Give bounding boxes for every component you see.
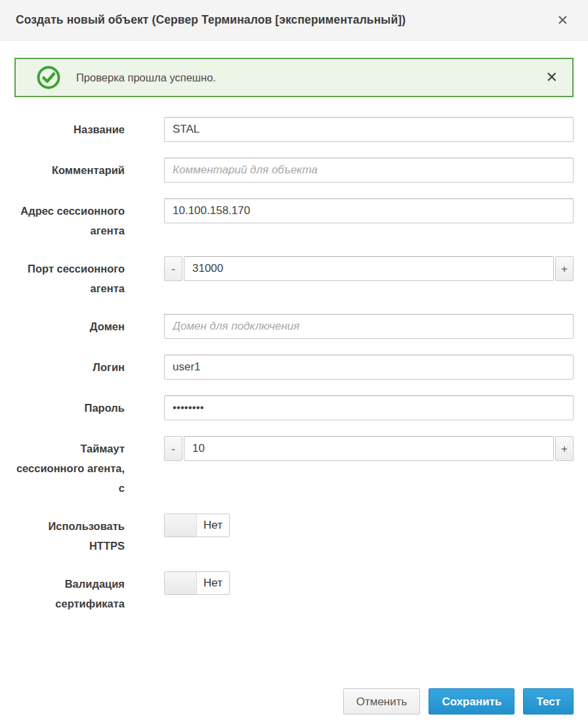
cancel-button[interactable]: Отменить bbox=[343, 688, 421, 715]
form-row-agent-timeout: Таймаут сессионного агента, с - + bbox=[14, 436, 574, 498]
toggle-handle bbox=[165, 572, 197, 594]
form-row-use-https: Использовать HTTPS Нет bbox=[14, 514, 574, 556]
port-increment-button[interactable]: + bbox=[555, 256, 574, 281]
alert-message: Проверка прошла успешно. bbox=[76, 72, 216, 84]
agent-port-stepper: - + bbox=[164, 256, 574, 281]
timeout-increment-button[interactable]: + bbox=[555, 436, 574, 461]
form-row-name: Название bbox=[14, 117, 574, 142]
timeout-decrement-button[interactable]: - bbox=[164, 436, 182, 461]
form-row-agent-address: Адрес сессионного агента bbox=[14, 198, 574, 240]
form-row-domain: Домен bbox=[14, 314, 574, 339]
create-object-modal: Создать новый объект (Сервер Терминалов … bbox=[0, 0, 588, 727]
agent-port-label: Порт сессионного агента bbox=[14, 256, 125, 298]
success-alert: Проверка прошла успешно. ✕ bbox=[14, 58, 574, 97]
name-input[interactable] bbox=[164, 117, 574, 142]
modal-close-icon[interactable]: ✕ bbox=[554, 11, 571, 30]
agent-timeout-input[interactable] bbox=[184, 436, 554, 461]
login-label: Логин bbox=[14, 355, 125, 377]
cert-validation-toggle-state: Нет bbox=[197, 572, 229, 594]
form-row-agent-port: Порт сессионного агента - + bbox=[14, 256, 574, 298]
domain-input[interactable] bbox=[164, 314, 574, 339]
form-row-password: Пароль bbox=[14, 395, 574, 420]
port-decrement-button[interactable]: - bbox=[164, 256, 182, 281]
agent-timeout-label: Таймаут сессионного агента, с bbox=[14, 436, 125, 498]
cert-validation-label: Валидация сертификата bbox=[14, 571, 125, 613]
test-button[interactable]: Тест bbox=[523, 688, 574, 715]
form-row-comment: Комментарий bbox=[14, 158, 574, 183]
alert-close-icon[interactable]: ✕ bbox=[545, 69, 559, 86]
modal-footer: Отменить Сохранить Тест bbox=[0, 688, 588, 727]
agent-address-input[interactable] bbox=[164, 198, 574, 223]
form-row-cert-validation: Валидация сертификата Нет bbox=[14, 571, 574, 613]
name-label: Название bbox=[14, 117, 125, 139]
modal-header: Создать новый объект (Сервер Терминалов … bbox=[0, 0, 588, 41]
agent-port-input[interactable] bbox=[184, 256, 554, 281]
password-input[interactable] bbox=[164, 395, 574, 420]
form-row-login: Логин bbox=[14, 355, 574, 380]
agent-address-label: Адрес сессионного агента bbox=[14, 198, 125, 240]
modal-body: Проверка прошла успешно. ✕ Название Комм… bbox=[0, 41, 588, 688]
agent-timeout-stepper: - + bbox=[164, 436, 574, 461]
password-label: Пароль bbox=[14, 395, 125, 418]
use-https-toggle-state: Нет bbox=[197, 514, 229, 537]
comment-input[interactable] bbox=[164, 158, 574, 183]
toggle-handle bbox=[165, 514, 197, 537]
use-https-toggle[interactable]: Нет bbox=[164, 514, 230, 537]
modal-title: Создать новый объект (Сервер Терминалов … bbox=[16, 13, 406, 27]
save-button[interactable]: Сохранить bbox=[429, 688, 514, 715]
domain-label: Домен bbox=[14, 314, 125, 336]
check-circle-icon bbox=[37, 66, 60, 89]
use-https-label: Использовать HTTPS bbox=[14, 514, 125, 556]
cert-validation-toggle[interactable]: Нет bbox=[164, 571, 230, 595]
login-input[interactable] bbox=[164, 355, 574, 380]
comment-label: Комментарий bbox=[14, 158, 125, 180]
